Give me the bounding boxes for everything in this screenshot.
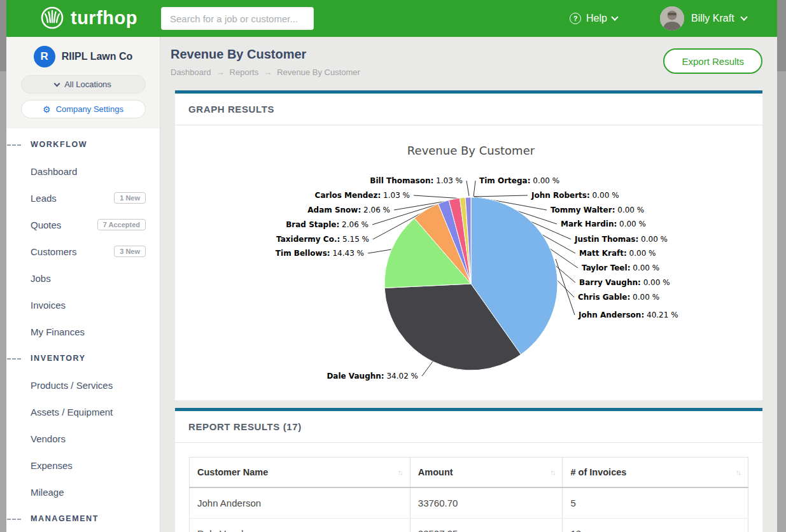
label-connector-line (556, 259, 575, 315)
sidebar-item-label: Assets / Equipment (31, 407, 113, 417)
pie-label-john-roberts: John Roberts: 0.00 % (531, 191, 619, 200)
status-badge: 7 Accepted (97, 219, 146, 230)
sidebar-company-block: R RIIPL Lawn Co All Locations ⚙ Company … (6, 37, 160, 129)
table-cell: John Anderson (190, 487, 411, 519)
pie-chart-container: Revenue By CustomerJohn Anderson: 40.21 … (175, 125, 762, 400)
table-header-row: Customer Name↑↓Amount↑↓# of Invoices↑↓ (190, 458, 748, 488)
chevron-down-icon (611, 13, 618, 20)
table-cell: Dale Vaughn (190, 519, 411, 532)
pie-label-tommy-walter: Tommy Walter: 0.00 % (551, 206, 644, 214)
column-header-of-invoices[interactable]: # of Invoices↑↓ (563, 458, 748, 488)
status-badge: 3 New (114, 246, 146, 257)
sidebar-item-vendors[interactable]: Vendors (6, 425, 160, 452)
sidebar: R RIIPL Lawn Co All Locations ⚙ Company … (6, 37, 160, 532)
breadcrumb-item-revenue-by-customer: Revenue By Customer (277, 67, 360, 77)
label-connector-line (422, 361, 433, 376)
sidebar-item-dashboard[interactable]: Dashboard (6, 158, 160, 185)
right-scrollbar[interactable] (777, 0, 786, 532)
sidebar-item-invoices[interactable]: Invoices (6, 291, 160, 318)
graph-panel-header: GRAPH RESULTS (175, 94, 762, 125)
sort-icon[interactable]: ↑↓ (550, 468, 554, 476)
column-header-customer-name[interactable]: Customer Name↑↓ (190, 458, 411, 488)
pie-label-mark-hardin: Mark Hardin: 0.00 % (561, 220, 646, 228)
table-row-john-anderson[interactable]: John Anderson33760.705 (190, 487, 748, 519)
sidebar-item-label: Products / Services (31, 380, 113, 391)
sidebar-item-quotes[interactable]: Quotes7 Accepted (6, 211, 160, 238)
sidebar-item-label: Vendors (31, 433, 66, 444)
sidebar-item-assets-equipment[interactable]: Assets / Equipment (6, 398, 160, 425)
sidebar-item-products-services[interactable]: Products / Services (6, 372, 160, 398)
left-scrollbar[interactable] (0, 0, 6, 532)
pie-label-brad-staple: Brad Staple: 2.06 % (286, 220, 368, 229)
chart-title: Revenue By Customer (407, 144, 535, 157)
location-selector[interactable]: All Locations (21, 75, 146, 94)
report-results-panel: REPORT RESULTS (17) Customer Name↑↓Amoun… (175, 408, 762, 532)
help-menu[interactable]: ? Help (570, 0, 617, 37)
report-panel-header: REPORT RESULTS (17) (175, 411, 762, 443)
table-cell: 28507.35 (410, 519, 563, 532)
search-input[interactable] (161, 7, 314, 30)
column-header-amount[interactable]: Amount↑↓ (410, 458, 563, 488)
table-body: John Anderson33760.705Dale Vaughn28507.3… (190, 487, 748, 532)
left-scrollbar-thumb[interactable] (0, 0, 6, 71)
company-logo: R (34, 46, 55, 67)
sort-icon[interactable]: ↑↓ (398, 468, 402, 476)
label-connector-line (474, 195, 528, 197)
table-cell: 5 (563, 487, 748, 519)
pie-label-john-anderson: John Anderson: 40.21 % (578, 311, 678, 319)
pie-label-tim-ortega: Tim Ortega: 0.00 % (479, 176, 559, 185)
user-menu[interactable]: Billy Kraft (660, 0, 747, 37)
app-logo[interactable]: turfhop (39, 5, 137, 31)
graph-results-panel: GRAPH RESULTS Revenue By CustomerJohn An… (175, 90, 762, 400)
section-dash-icon (7, 519, 21, 520)
status-badge: 1 New (114, 192, 146, 204)
breadcrumb-separator: → (263, 67, 272, 77)
pie-label-matt-kraft: Matt Kraft: 0.00 % (579, 249, 656, 258)
sidebar-nav: WORKFLOWDashboardLeads1 NewQuotes7 Accep… (6, 129, 160, 532)
label-connector-line (414, 195, 463, 199)
table-row-dale-vaughn[interactable]: Dale Vaughn28507.3518 (190, 519, 748, 532)
sidebar-item-label: Quotes (31, 220, 61, 230)
top-nav-bar: turfhop ? Help Billy Kraft (6, 0, 777, 37)
label-connector-line (467, 181, 469, 196)
export-results-button[interactable]: Export Results (663, 48, 762, 74)
column-header-label: Customer Name (197, 467, 268, 477)
sidebar-item-label: Leads (31, 193, 57, 204)
sidebar-item-mileage[interactable]: Mileage (6, 479, 160, 505)
turfhop-grass-icon (39, 5, 65, 31)
section-label: INVENTORY (31, 354, 86, 363)
table-cell: 33760.70 (410, 487, 563, 519)
sidebar-item-label: Jobs (31, 273, 51, 284)
location-selector-label: All Locations (64, 80, 111, 89)
pie-label-taylor-teel: Taylor Teel: 0.00 % (582, 263, 659, 272)
sidebar-item-leads[interactable]: Leads1 New (6, 185, 160, 211)
pie-label-adam-snow: Adam Snow: 2.06 % (307, 206, 390, 214)
right-scrollbar-thumb[interactable] (777, 0, 786, 71)
company-settings-button[interactable]: ⚙ Company Settings (21, 100, 146, 118)
breadcrumb-item-dashboard[interactable]: Dashboard (171, 67, 211, 77)
label-connector-line (368, 249, 391, 253)
sort-icon[interactable]: ↑↓ (736, 468, 740, 476)
breadcrumb-item-reports[interactable]: Reports (230, 67, 259, 77)
sidebar-item-my-finances[interactable]: My Finances (6, 318, 160, 345)
table-cell: 18 (563, 519, 748, 532)
sidebar-item-expenses[interactable]: Expenses (6, 452, 160, 479)
sidebar-item-customers[interactable]: Customers3 New (6, 238, 160, 265)
sidebar-item-label: My Finances (31, 326, 85, 337)
sidebar-section-workflow: WORKFLOW (6, 131, 160, 158)
chevron-down-icon (54, 80, 60, 87)
sidebar-item-jobs[interactable]: Jobs (6, 265, 160, 291)
section-label: MANAGEMENT (31, 514, 99, 523)
sidebar-item-label: Dashboard (31, 166, 77, 177)
sidebar-section-inventory: INVENTORY (6, 345, 160, 372)
pie-label-taxidermy-co: Taxidermy Co.: 5.15 % (276, 235, 369, 244)
pie-label-chris-gable: Chris Gable: 0.00 % (578, 293, 659, 302)
section-label: WORKFLOW (31, 140, 87, 149)
main-content: Revenue By Customer Dashboard→Reports→Re… (160, 37, 777, 532)
user-name: Billy Kraft (691, 13, 734, 24)
company-row: R RIIPL Lawn Co (6, 46, 160, 67)
pie-label-bill-thomason: Bill Thomason: 1.03 % (370, 176, 463, 185)
sidebar-item-label: Expenses (31, 460, 73, 471)
label-connector-line (474, 181, 475, 197)
help-icon: ? (570, 13, 581, 24)
